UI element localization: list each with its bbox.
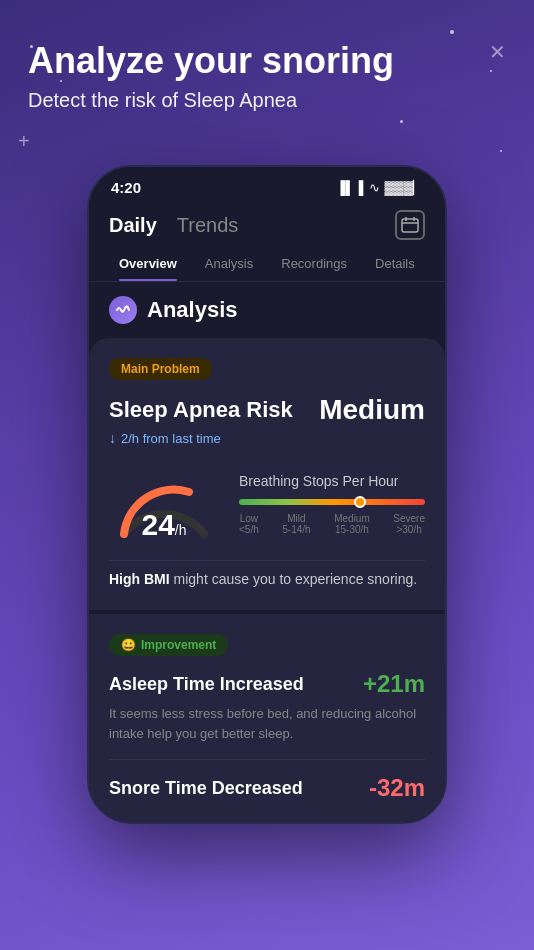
improvement-card: 😀 Improvement Asleep Time Increased +21m… (89, 614, 445, 822)
gauge-container: 24/h (109, 464, 219, 544)
improvement-emoji: 😀 (121, 638, 136, 652)
calendar-icon[interactable] (395, 210, 425, 240)
snore-row: Snore Time Decreased -32m (109, 774, 425, 802)
problem-badge: Main Problem (109, 358, 212, 380)
nav-tab-daily[interactable]: Daily (109, 214, 157, 237)
header-section: Analyze your snoring Detect the risk of … (0, 0, 534, 132)
nav-tab-trends[interactable]: Trends (177, 214, 239, 237)
signal-icon: ▐▌▐ (336, 180, 364, 195)
tab-overview[interactable]: Overview (105, 246, 191, 281)
scale-bar (239, 499, 425, 505)
gauge-value: 24/h (141, 508, 186, 542)
breathing-chart: Breathing Stops Per Hour Low <5/h Mild 5… (239, 473, 425, 535)
asleep-desc: It seems less stress before bed, and red… (109, 704, 425, 743)
asleep-value: +21m (363, 670, 425, 698)
snore-value: -32m (369, 774, 425, 802)
wifi-icon: ∿ (369, 180, 380, 195)
scale-label-mild: Mild 5-14/h (282, 513, 310, 535)
tab-details[interactable]: Details (361, 246, 429, 281)
asleep-label: Asleep Time Increased (109, 674, 304, 695)
change-indicator: ↓ 2/h from last time (109, 430, 425, 446)
main-problem-card: Main Problem Sleep Apnea Risk Medium ↓ 2… (89, 338, 445, 610)
battery-icon: ▓▓▓▏ (385, 180, 423, 195)
bmi-bold: High BMI (109, 571, 170, 587)
phone-mockup: 4:20 ▐▌▐ ∿ ▓▓▓▏ Daily Trends Overview An… (87, 165, 447, 824)
improvement-badge: 😀 Improvement (109, 634, 228, 656)
tab-analysis[interactable]: Analysis (191, 246, 267, 281)
status-bar: 4:20 ▐▌▐ ∿ ▓▓▓▏ (89, 167, 445, 202)
breathing-title: Breathing Stops Per Hour (239, 473, 425, 489)
improvement-label: Improvement (141, 638, 216, 652)
divider (109, 759, 425, 760)
sub-tabs: Overview Analysis Recordings Details (89, 246, 445, 282)
analysis-icon (109, 296, 137, 324)
scale-bar-indicator (354, 496, 366, 508)
analysis-header: Analysis (89, 282, 445, 338)
snore-label: Snore Time Decreased (109, 778, 303, 799)
status-time: 4:20 (111, 179, 141, 196)
scale-label-low: Low <5/h (239, 513, 259, 535)
sleep-apnea-title: Sleep Apnea Risk (109, 397, 293, 423)
arrow-down-icon: ↓ (109, 430, 116, 446)
status-icons: ▐▌▐ ∿ ▓▓▓▏ (336, 180, 423, 195)
scale-label-severe: Severe >30/h (393, 513, 425, 535)
headline: Analyze your snoring (28, 40, 506, 81)
gauge-chart-row: 24/h Breathing Stops Per Hour Low <5/h M… (109, 464, 425, 544)
tab-recordings[interactable]: Recordings (267, 246, 361, 281)
scale-labels: Low <5/h Mild 5-14/h Medium 15-30/h Seve… (239, 513, 425, 535)
svg-rect-0 (402, 219, 418, 232)
nav-tabs: Daily Trends (109, 214, 238, 237)
app-nav: Daily Trends (89, 202, 445, 246)
bmi-note: High BMI might cause you to experience s… (109, 560, 425, 590)
analysis-title: Analysis (147, 297, 238, 323)
sleep-apnea-row: Sleep Apnea Risk Medium (109, 394, 425, 426)
scale-label-medium: Medium 15-30/h (334, 513, 370, 535)
gauge-unit: /h (175, 522, 187, 538)
risk-level: Medium (319, 394, 425, 426)
deco-cross-2: + (18, 130, 30, 153)
subheadline: Detect the risk of Sleep Apnea (28, 89, 506, 112)
asleep-time-row: Asleep Time Increased +21m (109, 670, 425, 698)
